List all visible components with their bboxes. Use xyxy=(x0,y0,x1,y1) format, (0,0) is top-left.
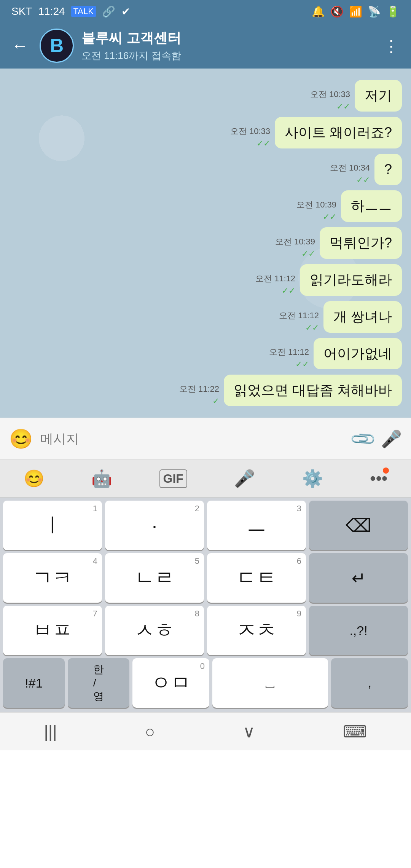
comma-key[interactable]: ， xyxy=(331,658,408,708)
backspace-key[interactable]: ⌫ xyxy=(309,501,408,550)
key-0[interactable]: 0 ㅇㅁ xyxy=(132,658,209,708)
time-label: 11:24 xyxy=(38,5,65,18)
backspace-icon: ⌫ xyxy=(346,515,371,536)
keyboard-nav-button[interactable]: ⌨ xyxy=(343,722,367,741)
input-bar: 😊 📎 🎤 xyxy=(0,418,411,460)
msg-meta: 오전 10:39 ✓✓ xyxy=(296,199,336,222)
message-row: 오전 11:12 ✓✓ 개 쌍녀나 xyxy=(9,301,402,333)
message-bubble: 하ㅡㅡ xyxy=(341,190,402,222)
check-icon: ✔ xyxy=(121,5,130,18)
msg-time: 오전 11:12 xyxy=(269,346,309,358)
voice-toolbar-button[interactable]: 🎤 xyxy=(234,469,255,488)
key-4[interactable]: 4 ㄱㅋ xyxy=(3,553,102,603)
enter-key[interactable]: ↵ xyxy=(309,553,408,603)
keyboard: 1 ㅣ 2 · 3 ㅡ ⌫ 4 ㄱㅋ 5 ㄴㄹ 6 ㄷㅌ ↵ xyxy=(0,498,411,712)
contact-status: 오전 11:16까지 접속함 xyxy=(81,49,371,62)
msg-time: 오전 11:12 xyxy=(255,273,295,284)
chat-header: ← B 블루씨 고객센터 오전 11:16까지 접속함 ⋮ xyxy=(0,23,411,69)
msg-check: ✓✓ xyxy=(305,323,319,333)
menu-button[interactable]: ⋮ xyxy=(379,32,403,59)
message-bubble: 어이가없네 xyxy=(314,338,402,370)
key-9[interactable]: 9 ㅈㅊ xyxy=(207,606,306,655)
msg-meta: 오전 10:34 ✓✓ xyxy=(330,162,370,185)
key-6[interactable]: 6 ㄷㅌ xyxy=(207,553,306,603)
settings-toolbar-button[interactable]: ⚙️ xyxy=(302,469,323,488)
carrier-label: SKT xyxy=(11,5,32,18)
status-bar: SKT 11:24 TALK 🔗 ✔ 🔔 🔇 📶 📡 🔋 xyxy=(0,0,411,23)
message-bubble: ? xyxy=(374,154,402,185)
more-toolbar-button[interactable]: ••• xyxy=(370,469,387,488)
status-right: 🔔 🔇 📶 📡 🔋 xyxy=(312,5,400,18)
msg-check: ✓✓ xyxy=(356,175,370,185)
home-button[interactable]: ○ xyxy=(145,722,155,741)
message-row: 오전 10:39 ✓✓ 하ㅡㅡ xyxy=(9,190,402,222)
keyboard-row-4: !#1 한/영 0 ㅇㅁ ⎵ ， xyxy=(0,655,411,712)
msg-time: 오전 10:33 xyxy=(230,126,270,137)
message-bubble: 읽었으면 대답좀 쳐해바바 xyxy=(224,375,402,406)
attach-button[interactable]: 📎 xyxy=(349,424,378,453)
status-left: SKT 11:24 TALK 🔗 ✔ xyxy=(11,5,130,18)
msg-meta: 오전 11:12 ✓✓ xyxy=(279,310,319,333)
msg-meta: 오전 11:12 ✓✓ xyxy=(255,273,295,296)
sticker-toolbar-button[interactable]: 🤖 xyxy=(91,469,112,488)
key-7[interactable]: 7 ㅂㅍ xyxy=(3,606,102,655)
key-1[interactable]: 1 ㅣ xyxy=(3,501,102,550)
msg-meta: 오전 10:39 ✓✓ xyxy=(275,236,315,259)
space-key[interactable]: ⎵ xyxy=(212,658,328,708)
message-bubble: 먹튀인가? xyxy=(320,227,402,259)
message-row: 오전 10:39 ✓✓ 먹튀인가? xyxy=(9,227,402,259)
gif-toolbar-button[interactable]: GIF xyxy=(159,469,187,488)
msg-check: ✓✓ xyxy=(301,249,315,259)
recent-apps-button[interactable]: ||| xyxy=(44,722,57,741)
msg-time: 오전 11:22 xyxy=(179,383,219,395)
message-row: 오전 11:12 ✓✓ 읽기라도해라 xyxy=(9,264,402,296)
msg-meta: 오전 10:33 ✓✓ xyxy=(310,89,350,112)
chat-area: 오전 10:33 ✓✓ 저기 오전 10:33 ✓✓ 사이트 왜이러죠? 오전 … xyxy=(0,69,411,418)
enter-icon: ↵ xyxy=(352,568,366,588)
notification-dot xyxy=(383,468,389,474)
message-bubble: 개 쌍녀나 xyxy=(323,301,402,333)
msg-check: ✓✓ xyxy=(323,212,336,222)
punctuation-key[interactable]: .,?! xyxy=(309,606,408,655)
key-2[interactable]: 2 · xyxy=(105,501,204,550)
msg-meta: 오전 11:22 ✓ xyxy=(179,383,219,406)
lang-key[interactable]: 한/영 xyxy=(68,658,129,708)
msg-meta: 오전 11:12 ✓✓ xyxy=(269,346,309,369)
mute-icon: 🔇 xyxy=(330,5,344,18)
alarm-icon: 🔔 xyxy=(312,5,325,18)
avatar: B xyxy=(40,29,74,63)
mic-button[interactable]: 🎤 xyxy=(381,429,402,449)
battery-icon: 🔋 xyxy=(386,5,400,18)
emoji-button[interactable]: 😊 xyxy=(9,428,33,450)
message-row: 오전 10:33 ✓✓ 저기 xyxy=(9,80,402,112)
msg-time: 오전 10:33 xyxy=(310,89,350,100)
back-button[interactable]: ← xyxy=(8,32,32,59)
back-nav-button[interactable]: ∨ xyxy=(243,722,255,741)
msg-check: ✓✓ xyxy=(282,286,295,296)
message-bubble: 사이트 왜이러죠? xyxy=(275,117,402,148)
message-row: 오전 11:12 ✓✓ 어이가없네 xyxy=(9,338,402,370)
msg-meta: 오전 10:33 ✓✓ xyxy=(230,126,270,148)
link-icon: 🔗 xyxy=(102,5,115,18)
wifi-icon: 📶 xyxy=(349,5,362,18)
msg-time: 오전 10:39 xyxy=(296,199,336,211)
symbols-key[interactable]: !#1 xyxy=(3,658,65,708)
msg-check: ✓✓ xyxy=(256,139,270,148)
keyboard-row-2: 4 ㄱㅋ 5 ㄴㄹ 6 ㄷㅌ ↵ xyxy=(0,550,411,603)
msg-time: 오전 11:12 xyxy=(279,310,319,321)
emoji-toolbar-button[interactable]: 😊 xyxy=(24,469,45,488)
message-input[interactable] xyxy=(40,431,345,446)
message-row: 오전 10:34 ✓✓ ? xyxy=(9,154,402,185)
header-info: 블루씨 고객센터 오전 11:16까지 접속함 xyxy=(81,29,371,62)
key-8[interactable]: 8 ㅅㅎ xyxy=(105,606,204,655)
msg-time: 오전 10:39 xyxy=(275,236,315,247)
signal-icon: 📡 xyxy=(368,5,381,18)
key-5[interactable]: 5 ㄴㄹ xyxy=(105,553,204,603)
key-3[interactable]: 3 ㅡ xyxy=(207,501,306,550)
message-bubble: 저기 xyxy=(355,80,402,112)
message-row: 오전 10:33 ✓✓ 사이트 왜이러죠? xyxy=(9,117,402,148)
nav-bar: ||| ○ ∨ ⌨ xyxy=(0,712,411,750)
message-bubble: 읽기라도해라 xyxy=(300,264,402,296)
talk-icon: TALK xyxy=(71,6,96,17)
msg-check: ✓ xyxy=(212,396,219,406)
